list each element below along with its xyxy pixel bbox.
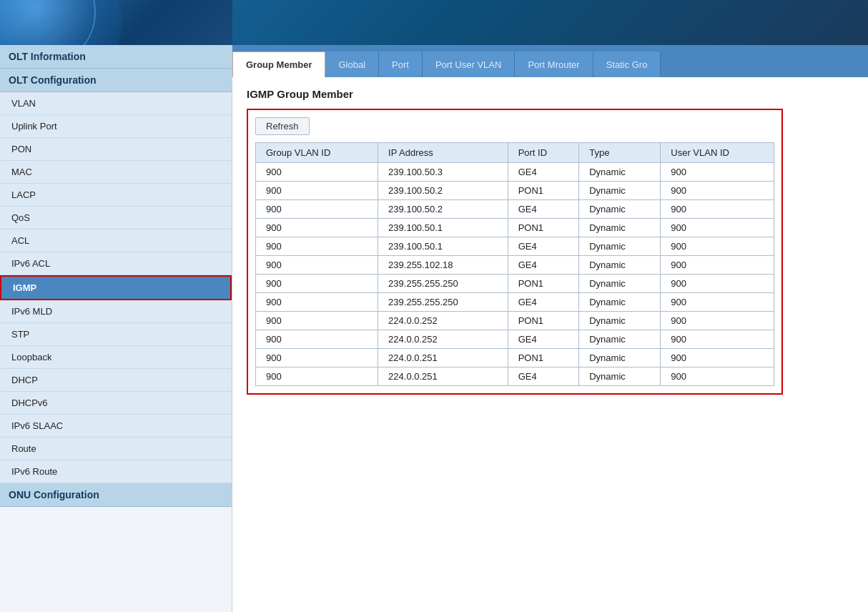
cell-user_vlan_id-11: 900: [661, 367, 774, 386]
tab-port[interactable]: Port: [379, 51, 423, 77]
cell-type-6: Dynamic: [579, 275, 661, 293]
cell-type-2: Dynamic: [579, 200, 661, 219]
sidebar-item-dhcp[interactable]: DHCP: [0, 369, 232, 392]
sidebar-item-acl[interactable]: ACL: [0, 230, 232, 252]
cell-group_vlan_id-3: 900: [256, 219, 378, 237]
globe-decoration: [0, 0, 122, 45]
tab-port-user-vlan[interactable]: Port User VLAN: [423, 51, 515, 77]
cell-group_vlan_id-9: 900: [256, 330, 378, 349]
cell-user_vlan_id-7: 900: [661, 293, 774, 312]
cell-group_vlan_id-6: 900: [256, 275, 378, 293]
cell-ip_address-2: 239.100.50.2: [378, 200, 508, 219]
cell-ip_address-10: 224.0.0.251: [378, 349, 508, 367]
cell-type-5: Dynamic: [579, 256, 661, 275]
cell-type-8: Dynamic: [579, 312, 661, 330]
cell-user_vlan_id-8: 900: [661, 312, 774, 330]
col-header-port-id: Port ID: [508, 143, 579, 163]
table-row: 900239.100.50.1GE4Dynamic900: [256, 237, 774, 256]
table-row: 900239.100.50.3GE4Dynamic900: [256, 163, 774, 182]
cell-port_id-5: GE4: [508, 256, 579, 275]
cell-type-4: Dynamic: [579, 237, 661, 256]
table-row: 900224.0.0.252GE4Dynamic900: [256, 330, 774, 349]
refresh-button[interactable]: Refresh: [255, 117, 310, 135]
sidebar-section-olt-info[interactable]: OLT Information: [0, 45, 232, 69]
sidebar-item-ipv6-route[interactable]: IPv6 Route: [0, 460, 232, 483]
col-header-user-vlan-id: User VLAN ID: [661, 143, 774, 163]
sidebar-item-loopback[interactable]: Loopback: [0, 346, 232, 369]
cell-type-11: Dynamic: [579, 367, 661, 386]
table-row: 900239.100.50.2GE4Dynamic900: [256, 200, 774, 219]
page-content: IGMP Group Member Refresh Group VLAN ID …: [232, 77, 868, 612]
cell-group_vlan_id-7: 900: [256, 293, 378, 312]
cell-ip_address-4: 239.100.50.1: [378, 237, 508, 256]
cell-port_id-3: PON1: [508, 219, 579, 237]
cell-ip_address-11: 224.0.0.251: [378, 367, 508, 386]
sidebar-item-ipv6-slaac[interactable]: IPv6 SLAAC: [0, 415, 232, 438]
sidebar-item-stp[interactable]: STP: [0, 323, 232, 346]
tab-port-mrouter[interactable]: Port Mrouter: [515, 51, 593, 77]
sidebar-item-qos[interactable]: QoS: [0, 207, 232, 230]
cell-port_id-0: GE4: [508, 163, 579, 182]
cell-ip_address-0: 239.100.50.3: [378, 163, 508, 182]
col-header-ip-address: IP Address: [378, 143, 508, 163]
sidebar-item-ipv6-mld[interactable]: IPv6 MLD: [0, 300, 232, 323]
cell-group_vlan_id-4: 900: [256, 237, 378, 256]
cell-type-10: Dynamic: [579, 349, 661, 367]
table-row: 900224.0.0.251PON1Dynamic900: [256, 349, 774, 367]
sidebar-item-mac[interactable]: MAC: [0, 161, 232, 184]
table-row: 900224.0.0.252PON1Dynamic900: [256, 312, 774, 330]
cell-ip_address-5: 239.255.102.18: [378, 256, 508, 275]
sidebar-item-igmp[interactable]: IGMP: [0, 275, 232, 300]
cell-user_vlan_id-4: 900: [661, 237, 774, 256]
sidebar: OLT Information OLT Configuration VLAN U…: [0, 45, 232, 612]
cell-user_vlan_id-1: 900: [661, 182, 774, 200]
cell-ip_address-6: 239.255.255.250: [378, 275, 508, 293]
tab-group-member[interactable]: Group Member: [232, 51, 325, 77]
cell-type-7: Dynamic: [579, 293, 661, 312]
cell-port_id-1: PON1: [508, 182, 579, 200]
cell-port_id-7: GE4: [508, 293, 579, 312]
cell-ip_address-8: 224.0.0.252: [378, 312, 508, 330]
cell-user_vlan_id-5: 900: [661, 256, 774, 275]
cell-port_id-6: PON1: [508, 275, 579, 293]
table-row: 900239.100.50.1PON1Dynamic900: [256, 219, 774, 237]
cell-port_id-10: PON1: [508, 349, 579, 367]
cell-port_id-8: PON1: [508, 312, 579, 330]
igmp-table-container: Refresh Group VLAN ID IP Address Port ID…: [247, 109, 783, 395]
cell-group_vlan_id-10: 900: [256, 349, 378, 367]
sidebar-item-pon[interactable]: PON: [0, 138, 232, 161]
sidebar-section-onu-config[interactable]: ONU Configuration: [0, 483, 232, 507]
sidebar-item-route[interactable]: Route: [0, 438, 232, 460]
tab-global[interactable]: Global: [325, 51, 379, 77]
cell-user_vlan_id-9: 900: [661, 330, 774, 349]
content-area: Group Member Global Port Port User VLAN …: [232, 45, 868, 612]
cell-type-1: Dynamic: [579, 182, 661, 200]
sidebar-item-dhcpv6[interactable]: DHCPv6: [0, 392, 232, 415]
sidebar-section-olt-config[interactable]: OLT Configuration: [0, 69, 232, 92]
cell-user_vlan_id-6: 900: [661, 275, 774, 293]
cell-ip_address-7: 239.255.255.250: [378, 293, 508, 312]
header-logo: [0, 0, 232, 45]
cell-type-9: Dynamic: [579, 330, 661, 349]
tab-static-gro[interactable]: Static Gro: [593, 51, 661, 77]
table-header-row: Group VLAN ID IP Address Port ID Type Us…: [256, 143, 774, 163]
cell-group_vlan_id-8: 900: [256, 312, 378, 330]
cell-user_vlan_id-2: 900: [661, 200, 774, 219]
table-row: 900239.255.255.250GE4Dynamic900: [256, 293, 774, 312]
cell-port_id-4: GE4: [508, 237, 579, 256]
table-row: 900239.100.50.2PON1Dynamic900: [256, 182, 774, 200]
cell-ip_address-9: 224.0.0.252: [378, 330, 508, 349]
cell-ip_address-1: 239.100.50.2: [378, 182, 508, 200]
sidebar-item-ipv6-acl[interactable]: IPv6 ACL: [0, 252, 232, 275]
sidebar-item-lacp[interactable]: LACP: [0, 184, 232, 207]
sidebar-item-uplink-port[interactable]: Uplink Port: [0, 115, 232, 138]
cell-user_vlan_id-0: 900: [661, 163, 774, 182]
cell-group_vlan_id-5: 900: [256, 256, 378, 275]
cell-group_vlan_id-2: 900: [256, 200, 378, 219]
sidebar-item-vlan[interactable]: VLAN: [0, 92, 232, 115]
cell-port_id-2: GE4: [508, 200, 579, 219]
cell-type-0: Dynamic: [579, 163, 661, 182]
top-header: [0, 0, 868, 45]
table-row: 900224.0.0.251GE4Dynamic900: [256, 367, 774, 386]
cell-group_vlan_id-0: 900: [256, 163, 378, 182]
